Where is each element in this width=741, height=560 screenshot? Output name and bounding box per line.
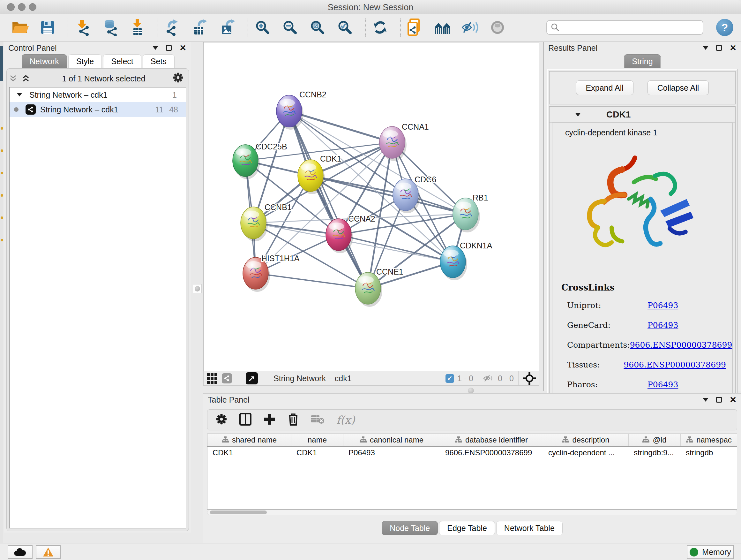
collection-expand-icon[interactable] [17,93,22,97]
tab-style[interactable]: Style [68,54,102,68]
cloud-status-button[interactable] [8,545,32,559]
zoom-in-icon[interactable] [253,18,272,37]
pan-crosshair-icon[interactable] [523,372,536,385]
cell-canonical-name[interactable]: P06493 [343,447,440,459]
network-node-CDK1[interactable]: CDK1 [298,154,341,194]
network-edge-CCNB2-CCNA1[interactable] [289,111,392,142]
crosslink-link[interactable]: P06493 [648,380,678,389]
export-image-icon[interactable] [218,18,237,37]
import-table-icon[interactable] [128,18,147,37]
export-network-icon[interactable] [163,18,182,37]
cell-database-identifier[interactable]: 9606.ENSP00000378699 [440,447,543,459]
expand-all-icon[interactable] [22,75,30,82]
crosslink-row: Uniprot:P06493 [567,295,726,315]
cell-namespac[interactable]: stringdb [681,447,737,459]
refresh-icon[interactable] [371,18,389,37]
delete-column-icon[interactable] [288,413,299,427]
network-node-CDKN1A[interactable]: CDKN1A [440,241,492,280]
network-node-CCNB2[interactable]: CCNB2 [276,90,327,130]
import-network-icon[interactable] [73,18,92,37]
crosslink-link[interactable]: P06493 [648,320,678,330]
float-panel-icon[interactable] [166,45,172,51]
network-edge-CDK1-RB1[interactable] [311,176,466,214]
network-node-CCNE1[interactable]: CCNE1 [355,267,403,307]
crosslink-link[interactable]: P06493 [648,301,678,310]
tab-network-table[interactable]: Network Table [496,521,562,535]
hide-labels-eye-icon[interactable] [461,18,479,37]
zoom-selected-icon[interactable] [336,18,354,37]
create-column-icon[interactable] [264,413,276,427]
clone-network-icon[interactable] [406,18,424,37]
float-panel-icon[interactable] [716,397,722,402]
zoom-out-icon[interactable] [281,18,299,37]
network-options-gear-icon[interactable] [173,72,184,85]
network-edge-CCNA2-CDKN1A[interactable] [339,235,453,262]
expand-all-button[interactable]: Expand All [576,80,633,95]
collapse-all-icon[interactable] [9,75,17,82]
cell-name[interactable]: CDK1 [291,447,343,459]
tab-network[interactable]: Network [22,54,67,68]
network-collection-row[interactable]: String Network – cdk1 1 [10,87,186,102]
table-hscrollbar[interactable] [207,509,737,515]
cell-description[interactable]: cyclin-dependent ... [543,447,629,459]
cell-@id[interactable]: stringdb:9... [629,447,681,459]
crosslink-link[interactable]: 9606.ENSP00000378699 [623,360,726,369]
help-icon[interactable]: ? [716,19,733,36]
network-graph[interactable]: CCNB2CCNA1CDC25BCDK1CDC6RB1CCNB1CCNA2CDK… [204,43,539,371]
panel-menu-icon[interactable] [703,398,709,401]
zoom-fit-icon[interactable] [308,18,327,37]
birdseye-view-icon[interactable] [246,372,258,384]
cdk1-section-header[interactable]: CDK1 [549,107,735,123]
panel-menu-icon[interactable] [703,46,709,50]
network-node-RB1[interactable]: RB1 [453,193,488,233]
close-panel-icon[interactable]: ✕ [730,44,737,52]
close-panel-icon[interactable]: ✕ [179,44,186,52]
column-header-description[interactable]: description [543,434,629,446]
save-session-icon[interactable] [38,18,57,37]
import-database-icon[interactable] [101,18,119,37]
network-node-CCNA2[interactable]: CCNA2 [326,214,375,253]
crosslink-link[interactable]: 9606.ENSP00000378699 [630,340,732,350]
tab-node-table[interactable]: Node Table [382,521,438,535]
network-node-CDC6[interactable]: CDC6 [393,175,436,213]
table-settings-gear-icon[interactable] [216,414,227,426]
column-header-canonical-name[interactable]: canonical name [343,434,440,446]
panel-menu-icon[interactable] [152,46,158,50]
column-header-shared-name[interactable]: shared name [207,434,291,446]
column-header-namespac[interactable]: namespac [681,434,737,446]
export-table-icon[interactable] [191,18,209,37]
table-hscrollbar-thumb[interactable] [210,510,267,514]
show-columns-icon[interactable] [239,413,252,427]
tab-string[interactable]: String [624,54,661,68]
network-row[interactable]: String Network – cdk1 11 48 [10,102,186,117]
string-view-icon[interactable] [222,373,232,383]
float-panel-icon[interactable] [716,45,722,51]
cell-shared-name[interactable]: CDK1 [207,447,291,459]
tab-sets[interactable]: Sets [143,54,175,68]
warnings-button[interactable] [36,545,61,559]
left-splitter-handle[interactable] [193,284,202,293]
string-home-icon[interactable] [433,18,452,37]
selected-checkbox-icon[interactable]: ✓ [446,374,454,383]
column-header-database-identifier[interactable]: database identifier [440,434,543,446]
tab-edge-table[interactable]: Edge Table [439,521,495,535]
column-header-name[interactable]: name [291,434,343,446]
open-session-icon[interactable] [11,18,29,37]
network-node-CDC25B[interactable]: CDC25B [232,142,287,179]
memory-button[interactable]: Memory [687,545,734,559]
search-input[interactable] [546,20,703,35]
horizontal-splitter-handle[interactable] [468,388,474,394]
column-header-@id[interactable]: @id [629,434,681,446]
network-edge-HIST1H1A-CCNE1[interactable] [256,273,368,288]
network-node-CCNA1[interactable]: CCNA1 [380,122,429,161]
tab-select[interactable]: Select [103,54,141,68]
node-table-data-row[interactable]: CDK1CDK1P064939606.ENSP00000378699cyclin… [207,447,737,459]
section-collapse-icon[interactable] [575,113,581,117]
network-canvas[interactable]: CCNB2CCNA1CDC25BCDK1CDC6RB1CCNB1CCNA2CDK… [203,42,539,371]
network-edge-CCNB2-CCNE1[interactable] [289,111,368,288]
collapse-all-button[interactable]: Collapse All [648,80,709,95]
grid-view-icon[interactable] [207,373,217,384]
close-panel-icon[interactable]: ✕ [730,395,737,404]
network-node-HIST1H1A[interactable]: HIST1H1A [243,254,300,292]
crosslink-label: GeneCard: [567,320,648,330]
